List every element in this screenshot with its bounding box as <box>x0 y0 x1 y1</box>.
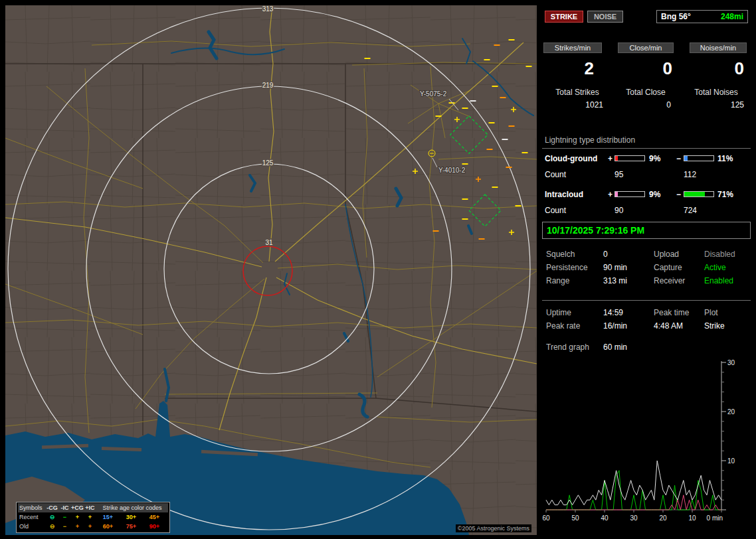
map-legend: Symbols -CG -IC +CG +IC Strike age color… <box>16 502 170 533</box>
age-15: 15+ <box>96 514 120 520</box>
legend-col-pos-ic: +IC <box>84 504 96 511</box>
legend-old-row: Old ⊖ − + + 60+ 75+ 90+ <box>18 522 168 531</box>
age-30: 30+ <box>120 514 143 520</box>
recent-neg-cg-icon: ⊖ <box>46 514 58 520</box>
trend-graph-window: 60 min <box>603 343 627 352</box>
ring-label-125: 125 <box>262 159 274 167</box>
cg-negative-bar <box>684 155 714 161</box>
svg-text:0 min: 0 min <box>707 514 723 522</box>
bearing-label: Bng 56° <box>661 12 691 21</box>
bearing-readout: Bng 56° 248mi <box>656 10 748 23</box>
legend-col-neg-ic: -IC <box>58 504 71 511</box>
ic-plus-sign: + <box>608 190 613 199</box>
total-close: Total Close 0 <box>616 88 675 110</box>
svg-text:20: 20 <box>659 514 667 522</box>
total-close-label: Total Close <box>616 88 675 97</box>
recent-pos-ic-icon: + <box>84 514 96 520</box>
cloud-ground-label: Cloud-ground <box>545 154 597 163</box>
peak-rate-value: 16/min <box>603 321 627 331</box>
noises-per-min-button[interactable]: Noises/min <box>690 42 747 53</box>
svg-text:30: 30 <box>727 359 735 366</box>
strikes-per-min-value: 2 <box>543 58 594 79</box>
ic-minus-sign: − <box>676 190 681 199</box>
svg-text:40: 40 <box>601 514 609 522</box>
svg-text:10: 10 <box>727 457 735 465</box>
legend-recent-row: Recent ⊖ − + + 15+ 30+ 45+ <box>18 512 168 522</box>
old-pos-cg-icon: + <box>71 523 84 530</box>
total-strikes: Total Strikes 1021 <box>542 88 613 110</box>
legend-age-header: Strike age color codes <box>96 504 168 511</box>
legend-col-pos-cg: +CG <box>71 504 84 511</box>
total-noises: Total Noises 125 <box>684 88 748 110</box>
trend-axis-labels: 3020106050403020100 min <box>542 359 735 522</box>
upload-label: Upload <box>654 250 679 259</box>
legend-symbols-header: Symbols <box>18 504 46 511</box>
receiver-label: Receiver <box>654 276 685 285</box>
legend-header-row: Symbols -CG -IC +CG +IC Strike age color… <box>18 503 168 512</box>
strikes-per-min-button[interactable]: Strikes/min <box>543 42 602 53</box>
ic-negative-bar <box>684 191 714 197</box>
plot-value: Strike <box>704 321 725 331</box>
svg-text:50: 50 <box>571 514 579 522</box>
cg-positive-count: 95 <box>614 170 623 179</box>
svg-text:60: 60 <box>542 514 550 522</box>
copyright: ©2005 Astrogenic Systems <box>456 524 531 532</box>
storm-cell-label-1: Y-5075-2 <box>420 90 447 98</box>
peak-rate-label: Peak rate <box>546 321 580 331</box>
legend-recent-label: Recent <box>18 514 46 520</box>
ring-label-31: 31 <box>265 239 273 246</box>
intracloud-label: Intracloud <box>545 190 583 199</box>
uptime-label: Uptime <box>546 308 571 317</box>
total-noises-value: 125 <box>684 100 748 110</box>
cg-minus-sign: − <box>676 154 681 163</box>
strike-button[interactable]: STRIKE <box>545 11 583 23</box>
legend-old-label: Old <box>18 523 46 530</box>
recent-pos-cg-icon: + <box>71 514 84 520</box>
persistence-value: 90 min <box>603 263 627 272</box>
upload-status: Disabled <box>704 250 735 259</box>
capture-status: Active <box>704 263 726 272</box>
old-neg-ic-icon: − <box>58 523 71 530</box>
age-45: 45+ <box>143 514 166 520</box>
total-strikes-value: 1021 <box>542 100 613 110</box>
ic-positive-bar <box>614 191 645 197</box>
total-noises-label: Total Noises <box>684 88 748 97</box>
trend-ticks <box>546 362 726 512</box>
receiver-status: Enabled <box>704 276 733 285</box>
bearing-distance: 248mi <box>721 12 743 21</box>
ic-positive-pct: 9% <box>649 190 660 199</box>
svg-text:30: 30 <box>630 514 638 522</box>
cg-count-label: Count <box>545 170 566 179</box>
divider <box>542 300 751 301</box>
age-60: 60+ <box>96 523 120 530</box>
age-75: 75+ <box>120 523 143 530</box>
cg-negative-count: 112 <box>684 170 696 179</box>
total-close-value: 0 <box>616 100 675 110</box>
ic-positive-count: 90 <box>614 206 623 215</box>
cg-positive-pct: 9% <box>649 154 660 163</box>
plot-label: Plot <box>704 308 718 317</box>
range-label: Range <box>546 276 569 285</box>
range-value: 313 mi <box>603 276 627 285</box>
legend-col-neg-cg: -CG <box>46 504 58 511</box>
trend-chart: 3020106050403020100 min <box>542 357 751 534</box>
squelch-value: 0 <box>603 250 608 259</box>
peak-time-value: 4:48 AM <box>654 321 683 331</box>
ic-negative-pct: 71% <box>717 190 733 199</box>
trend-series <box>546 461 721 510</box>
noise-button[interactable]: NOISE <box>587 11 623 23</box>
storm-cell-label-2: Y-4010-2 <box>438 167 466 174</box>
ic-negative-count: 724 <box>684 206 697 215</box>
svg-text:10: 10 <box>688 514 696 522</box>
recent-neg-ic-icon: − <box>58 514 71 520</box>
map-canvas: 313 219 125 31 Y-5075-2 Y-4010-2 <box>5 5 537 535</box>
svg-text:20: 20 <box>727 408 735 416</box>
lightning-map[interactable]: 313 219 125 31 Y-5075-2 Y-4010-2 Symbols… <box>5 5 537 535</box>
peak-time-label: Peak time <box>654 308 689 317</box>
control-panel: STRIKE NOISE Bng 56° 248mi Strikes/min C… <box>542 5 751 534</box>
close-per-min-button[interactable]: Close/min <box>618 42 674 53</box>
squelch-label: Squelch <box>546 250 575 259</box>
cg-positive-bar <box>614 155 645 161</box>
cg-negative-pct: 11% <box>717 154 733 163</box>
ring-label-313: 313 <box>262 5 274 13</box>
